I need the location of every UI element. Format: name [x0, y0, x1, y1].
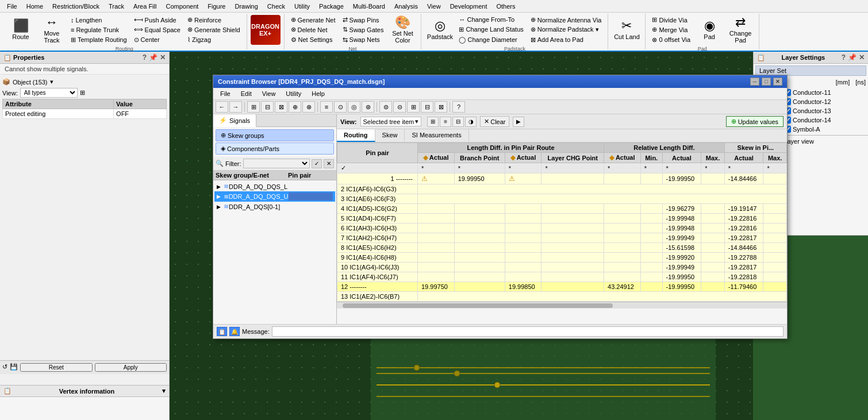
toolbar-btn-6[interactable]: ⊕	[289, 101, 301, 113]
components-parts-tab[interactable]: ◈ Components/Parts	[216, 142, 334, 155]
tree-item-ddr-a-dqs-01[interactable]: ▶ ≋ DDR_A_DQS[0-1]	[214, 202, 335, 211]
view-expand-icon[interactable]: ⊞	[80, 89, 85, 97]
merge-via-button[interactable]: ⊕ Merge Via	[649, 25, 693, 34]
layer-panel-close-icon[interactable]: ✕	[859, 53, 865, 61]
pad-button[interactable]: ◉ Pad	[694, 15, 724, 45]
hdr-icon-4[interactable]: ◑	[465, 117, 477, 127]
dialog-menu-help[interactable]: Help	[307, 89, 329, 98]
view-dropdown[interactable]: Selected tree item ▾	[360, 117, 422, 126]
zigzag-button[interactable]: ⌇ Zigzag	[185, 35, 243, 45]
move-track-button[interactable]: ↔ MoveTrack	[37, 15, 67, 45]
center-button[interactable]: ⊙ Center	[131, 35, 183, 45]
regulate-trunk-button[interactable]: ≡ Regulate Trunk	[68, 25, 130, 34]
toolbar-btn-8[interactable]: ≡	[320, 101, 333, 113]
toolbar-btn-10[interactable]: ◎	[348, 101, 360, 113]
swap-nets-button[interactable]: ⇆ Swap Nets	[340, 35, 387, 45]
properties-pin-icon[interactable]: 📌	[149, 53, 158, 61]
layer-panel-pin-icon[interactable]: 📌	[848, 53, 857, 61]
update-values-button[interactable]: ⊕ Update values	[726, 116, 783, 127]
dialog-menu-file[interactable]: File	[216, 89, 235, 98]
table-row-13[interactable]: 13 IC1(AE2)-IC6(B7)	[337, 292, 787, 302]
table-row-2[interactable]: 2 IC1(AF6)-IC6(G3)	[337, 184, 787, 194]
reset-icon[interactable]: ↺	[2, 363, 7, 372]
menu-view[interactable]: View	[423, 2, 445, 11]
table-row-9[interactable]: 9 IC1(AE4)-IC6(H8) -19.99920 -19.22788	[337, 253, 787, 263]
toolbar-redo-button[interactable]: →	[229, 101, 242, 113]
toolbar-btn-16[interactable]: ⊠	[435, 101, 447, 113]
hdr-icon-2[interactable]: ≡	[440, 117, 451, 127]
menu-others[interactable]: Others	[491, 2, 520, 11]
toolbar-btn-13[interactable]: ⊝	[393, 101, 406, 113]
data-table-wrap[interactable]: Pin pair Length Diff. in Pin Pair Route …	[337, 142, 787, 324]
reset-button[interactable]: Reset	[20, 363, 93, 372]
dialog-maximize-button[interactable]: □	[762, 78, 771, 86]
toolbar-btn-11[interactable]: ⊛	[362, 101, 374, 113]
save-icon[interactable]: 💾	[10, 363, 18, 372]
offset-via-button[interactable]: ⊗ 0 offset Via	[649, 35, 693, 45]
table-row-6[interactable]: 6 IC1(AH3)-IC6(H3) -19.99948 -19.22816	[337, 224, 787, 233]
message-input[interactable]	[272, 326, 783, 337]
toolbar-btn-3[interactable]: ⊞	[247, 101, 260, 113]
tree-item-ddr-a-dq-dqs-u[interactable]: ▶ ≋ DDR_A_DQ_DQS_U	[214, 191, 335, 202]
lengthen-button[interactable]: ↕ Lengthen	[68, 16, 130, 25]
table-row-7[interactable]: 7 IC1(AH2)-IC6(H7) -19.99949 -19.22817	[337, 233, 787, 243]
hdr-icon-1[interactable]: ⊞	[427, 117, 439, 127]
hdr-icon-3[interactable]: ⊟	[452, 117, 464, 127]
menu-analysis[interactable]: Analysis	[390, 2, 423, 11]
change-from-to-button[interactable]: ↔ Change From-To	[456, 15, 526, 24]
msg-icon-right[interactable]: 🔔	[229, 327, 240, 336]
table-row-11[interactable]: 11 IC1(AF4)-IC6(J7) -19.99950 -19.22818	[337, 272, 787, 282]
menu-component[interactable]: Component	[161, 2, 203, 11]
reinforce-button[interactable]: ⊕ Reinforce	[185, 15, 243, 25]
divide-via-button[interactable]: ⊞ Divide Via	[649, 15, 693, 25]
expand-icon-2[interactable]: ▶	[217, 194, 224, 199]
hdr-arrow-icon[interactable]: ▶	[513, 117, 524, 127]
layer-panel-help-icon[interactable]: ?	[842, 53, 846, 61]
delete-net-button[interactable]: ⊗ Delete Net	[288, 25, 339, 34]
dialog-minimize-button[interactable]: ─	[750, 78, 759, 86]
apply-button[interactable]: Apply	[95, 363, 167, 372]
dialog-menu-utility[interactable]: Utility	[281, 89, 306, 98]
toolbar-btn-5[interactable]: ⊠	[275, 101, 287, 113]
set-net-color-button[interactable]: 🎨 Set Net Color	[387, 15, 417, 45]
table-row-3[interactable]: 3 IC1(AE6)-IC6(F3)	[337, 194, 787, 204]
toolbar-btn-7[interactable]: ⊗	[302, 101, 315, 113]
dialog-close-button[interactable]: ✕	[773, 78, 782, 86]
dialog-menu-edit[interactable]: Edit	[236, 89, 256, 98]
properties-help-icon[interactable]: ?	[143, 53, 147, 61]
expand-icon-1[interactable]: ▶	[217, 184, 224, 190]
change-land-status-button[interactable]: ⊞ Change Land Status	[456, 25, 526, 34]
table-row-4[interactable]: 4 IC1(AD5)-IC6(G2) -19.96279 -19.19147	[337, 204, 787, 214]
swap-pins-button[interactable]: ⇄ Swap Pins	[340, 15, 387, 25]
collapse-icon[interactable]: ▾	[50, 78, 53, 86]
filter-clear-icon[interactable]: ✕	[324, 159, 334, 168]
vertex-collapse-icon[interactable]: ▾	[162, 387, 166, 395]
template-routing-button[interactable]: ⊞ Template Routing	[68, 35, 130, 45]
routing-tab[interactable]: Routing	[337, 129, 375, 142]
menu-home[interactable]: Home	[22, 2, 48, 11]
skew-tab[interactable]: Skew	[375, 129, 405, 142]
net-settings-button[interactable]: ⚙ Net Settings	[288, 35, 339, 45]
generate-net-button[interactable]: ⊕ Generate Net	[288, 15, 339, 25]
toolbar-btn-12[interactable]: ⊜	[379, 101, 392, 113]
toolbar-undo-button[interactable]: ←	[216, 101, 228, 113]
properties-close-icon[interactable]: ✕	[160, 53, 166, 61]
table-row-12[interactable]: 12 -------- 19.99750 19.99850 43.24912 -…	[337, 282, 787, 292]
menu-restriction[interactable]: Restriction/Block	[48, 2, 104, 11]
add-area-to-pad-button[interactable]: ⊠ Add Area to Pad	[528, 35, 605, 45]
toolbar-help-button[interactable]: ?	[452, 101, 465, 113]
expand-icon-3[interactable]: ▶	[217, 204, 224, 210]
menu-package[interactable]: Package	[314, 2, 348, 11]
padstack-button[interactable]: ◎ Padstack	[425, 15, 455, 45]
normalize-antenna-via-button[interactable]: ⊕ Normalize Antenna Via	[528, 15, 605, 25]
table-row-1[interactable]: 1 -------- ⚠ 19.99950 ⚠ -19.99950 -14.84…	[337, 174, 787, 184]
skew-groups-tab[interactable]: ⊕ Skew groups	[216, 129, 334, 141]
cut-land-button[interactable]: ✂ Cut Land	[612, 15, 642, 45]
equal-space-button[interactable]: ⟺ Equal Space	[131, 25, 183, 34]
menu-file[interactable]: File	[2, 2, 22, 11]
toolbar-btn-15[interactable]: ⊟	[421, 101, 433, 113]
filter-select[interactable]	[243, 159, 310, 168]
si-measurements-tab[interactable]: SI Measurements	[405, 129, 468, 142]
clear-button[interactable]: ✕ Clear	[480, 116, 509, 127]
msg-icon-left[interactable]: 📋	[217, 327, 227, 336]
